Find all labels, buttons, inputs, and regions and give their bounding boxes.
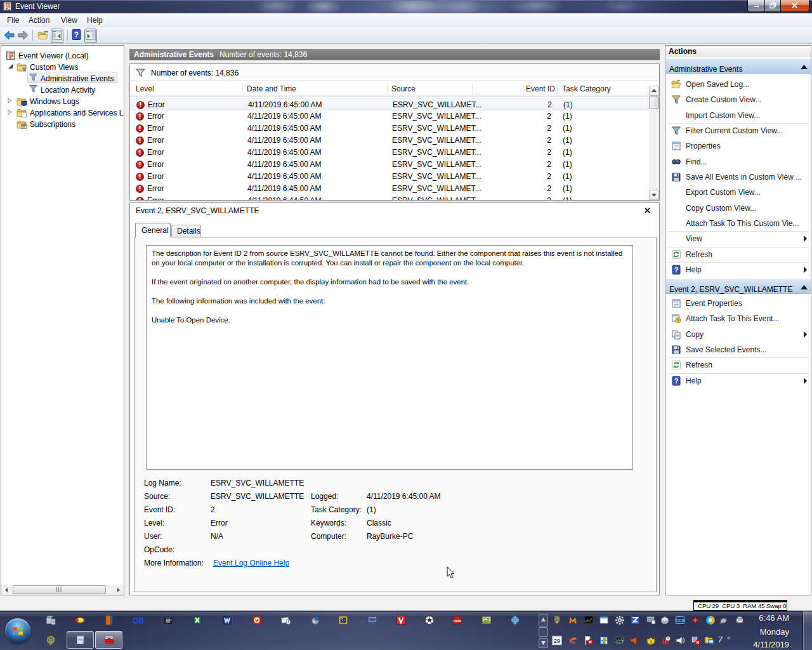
svg-text:?: ? xyxy=(674,377,679,385)
svg-text:CCS: CCS xyxy=(676,618,684,623)
svg-text:nero: nero xyxy=(454,619,462,623)
svg-text:29: 29 xyxy=(554,638,560,644)
svg-text:DB: DB xyxy=(133,616,143,625)
svg-text:!: ! xyxy=(650,639,652,645)
svg-text:?: ? xyxy=(621,639,624,643)
svg-text:?: ? xyxy=(74,30,79,39)
svg-text:?: ? xyxy=(674,266,679,274)
